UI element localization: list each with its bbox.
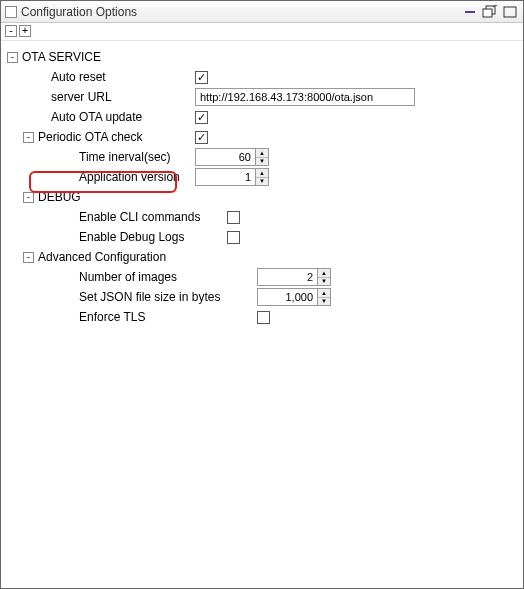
enforce-tls-checkbox[interactable]	[257, 311, 270, 324]
node-label: Periodic OTA check	[38, 130, 142, 144]
node-label: DEBUG	[38, 190, 81, 204]
node-json-file-size: Set JSON file size in bytes ▲ ▼	[7, 287, 515, 307]
node-time-interval: Time inerval(sec) ▲ ▼	[7, 147, 515, 167]
restore-button[interactable]	[481, 4, 499, 20]
number-of-images-input[interactable]	[257, 268, 317, 286]
node-label: Enable Debug Logs	[79, 230, 184, 244]
number-of-images-spinner[interactable]: ▲ ▼	[317, 268, 331, 286]
spinner-down-icon[interactable]: ▼	[318, 298, 330, 306]
node-label: Time inerval(sec)	[79, 150, 171, 164]
window-icon	[5, 6, 17, 18]
node-enable-cli: Enable CLI commands	[7, 207, 515, 227]
node-label: Number of images	[79, 270, 177, 284]
tree-toolbar: - +	[1, 23, 523, 41]
spinner-down-icon[interactable]: ▼	[256, 158, 268, 166]
svg-rect-1	[483, 9, 492, 17]
minimize-button[interactable]	[461, 4, 479, 20]
spinner-down-icon[interactable]: ▼	[256, 178, 268, 186]
json-file-size-spinner[interactable]: ▲ ▼	[317, 288, 331, 306]
application-version-input[interactable]	[195, 168, 255, 186]
config-tree: - OTA SERVICE Auto reset server URL Auto…	[1, 41, 523, 335]
node-label: Enforce TLS	[79, 310, 145, 324]
json-file-size-input[interactable]	[257, 288, 317, 306]
node-periodic-ota-check[interactable]: - Periodic OTA check	[7, 127, 515, 147]
enable-logs-checkbox[interactable]	[227, 231, 240, 244]
node-label: Application version	[79, 170, 180, 184]
node-number-of-images: Number of images ▲ ▼	[7, 267, 515, 287]
application-version-spinner[interactable]: ▲ ▼	[255, 168, 269, 186]
node-enable-logs: Enable Debug Logs	[7, 227, 515, 247]
svg-rect-2	[504, 7, 516, 17]
expand-all-button[interactable]: +	[19, 25, 31, 37]
time-interval-spinner[interactable]: ▲ ▼	[255, 148, 269, 166]
toggle-icon[interactable]: -	[23, 252, 34, 263]
node-debug[interactable]: - DEBUG	[7, 187, 515, 207]
node-ota-service[interactable]: - OTA SERVICE	[7, 47, 515, 67]
server-url-input[interactable]	[195, 88, 415, 106]
spinner-up-icon[interactable]: ▲	[318, 269, 330, 278]
node-auto-ota-update: Auto OTA update	[7, 107, 515, 127]
node-enforce-tls: Enforce TLS	[7, 307, 515, 327]
node-label: server URL	[51, 90, 112, 104]
periodic-ota-check-checkbox[interactable]	[195, 131, 208, 144]
toggle-icon[interactable]: -	[7, 52, 18, 63]
node-auto-reset: Auto reset	[7, 67, 515, 87]
node-label: Advanced Configuration	[38, 250, 166, 264]
auto-reset-checkbox[interactable]	[195, 71, 208, 84]
node-application-version: Application version ▲ ▼	[7, 167, 515, 187]
auto-ota-update-checkbox[interactable]	[195, 111, 208, 124]
restore-icon	[482, 5, 498, 19]
node-label: OTA SERVICE	[22, 50, 101, 64]
enable-cli-checkbox[interactable]	[227, 211, 240, 224]
toggle-icon[interactable]: -	[23, 192, 34, 203]
config-options-window: Configuration Options - +	[0, 0, 524, 589]
maximize-icon	[503, 6, 517, 18]
node-label: Auto OTA update	[51, 110, 142, 124]
maximize-button[interactable]	[501, 4, 519, 20]
toggle-icon[interactable]: -	[23, 132, 34, 143]
collapse-all-button[interactable]: -	[5, 25, 17, 37]
node-advanced-config[interactable]: - Advanced Configuration	[7, 247, 515, 267]
spinner-up-icon[interactable]: ▲	[256, 169, 268, 178]
spinner-down-icon[interactable]: ▼	[318, 278, 330, 286]
node-label: Set JSON file size in bytes	[79, 290, 220, 304]
spinner-up-icon[interactable]: ▲	[256, 149, 268, 158]
node-label: Enable CLI commands	[79, 210, 200, 224]
titlebar: Configuration Options	[1, 1, 523, 23]
time-interval-input[interactable]	[195, 148, 255, 166]
node-label: Auto reset	[51, 70, 106, 84]
node-server-url: server URL	[7, 87, 515, 107]
window-title: Configuration Options	[21, 5, 137, 19]
spinner-up-icon[interactable]: ▲	[318, 289, 330, 298]
